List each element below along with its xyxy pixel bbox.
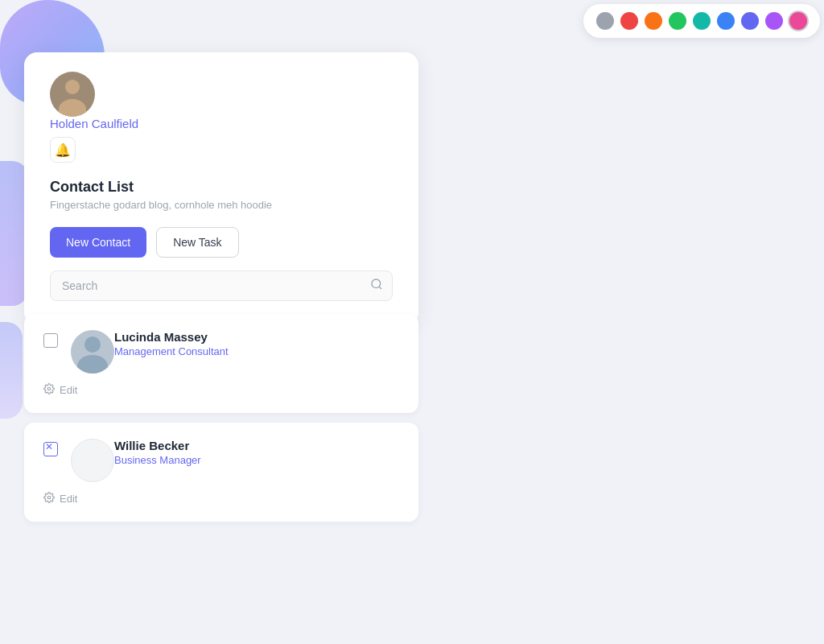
- svg-point-2: [47, 387, 51, 390]
- bg-decoration-bar-2: [0, 322, 23, 419]
- search-wrapper: [50, 270, 393, 301]
- color-option-teal[interactable]: [693, 12, 711, 30]
- search-icon: [370, 278, 383, 294]
- contact-checkbox[interactable]: [43, 442, 58, 456]
- gear-icon: [43, 383, 55, 397]
- contact-name: Lucinda Massey: [114, 330, 399, 344]
- profile-name[interactable]: Holden Caulfield: [50, 117, 138, 130]
- edit-label: Edit: [60, 493, 77, 505]
- contact-role: Business Manager: [114, 454, 399, 466]
- contact-checkbox[interactable]: [43, 333, 58, 348]
- bell-button[interactable]: 🔔: [50, 137, 76, 163]
- contact-name: Willie Becker: [114, 439, 399, 452]
- color-picker-panel: [583, 4, 820, 38]
- profile-section: Holden Caulfield 🔔: [50, 72, 393, 163]
- search-input[interactable]: [50, 270, 393, 301]
- avatar: [50, 72, 95, 117]
- color-option-blue[interactable]: [717, 12, 735, 30]
- contact-info: Lucinda Massey Management Consultant: [114, 330, 399, 357]
- contact-card-list: Lucinda Massey Management Consultant Edi…: [24, 314, 418, 531]
- contact-list-title: Contact List: [50, 179, 393, 196]
- contact-avatar: [71, 439, 114, 482]
- svg-line-1: [379, 287, 381, 289]
- new-contact-button[interactable]: New Contact: [50, 227, 146, 258]
- main-panel: Holden Caulfield 🔔 Contact List Fingerst…: [24, 52, 418, 325]
- gear-icon: [43, 492, 55, 506]
- contact-card: Lucinda Massey Management Consultant Edi…: [24, 314, 418, 413]
- color-option-indigo[interactable]: [741, 12, 759, 30]
- contact-role: Management Consultant: [114, 345, 399, 357]
- color-option-green[interactable]: [669, 12, 686, 30]
- color-option-pink[interactable]: [789, 12, 807, 30]
- color-option-purple[interactable]: [765, 12, 783, 30]
- new-task-button[interactable]: New Task: [156, 227, 238, 258]
- edit-label: Edit: [60, 384, 77, 396]
- color-option-gray[interactable]: [596, 12, 614, 30]
- svg-point-0: [372, 279, 381, 288]
- contact-card: Willie Becker Business Manager Edit: [24, 423, 418, 522]
- action-buttons: New Contact New Task: [50, 227, 393, 258]
- contact-list-subtitle: Fingerstache godard blog, cornhole meh h…: [50, 199, 393, 211]
- edit-button[interactable]: Edit: [43, 492, 399, 506]
- contact-card-inner: Lucinda Massey Management Consultant: [43, 330, 399, 374]
- bell-icon: 🔔: [55, 142, 71, 158]
- svg-point-3: [47, 496, 51, 499]
- color-option-orange[interactable]: [645, 12, 662, 30]
- edit-button[interactable]: Edit: [43, 383, 399, 397]
- contact-info: Willie Becker Business Manager: [114, 439, 399, 466]
- contact-avatar: [71, 330, 114, 374]
- contact-card-inner: Willie Becker Business Manager: [43, 439, 399, 482]
- color-option-red[interactable]: [620, 12, 638, 30]
